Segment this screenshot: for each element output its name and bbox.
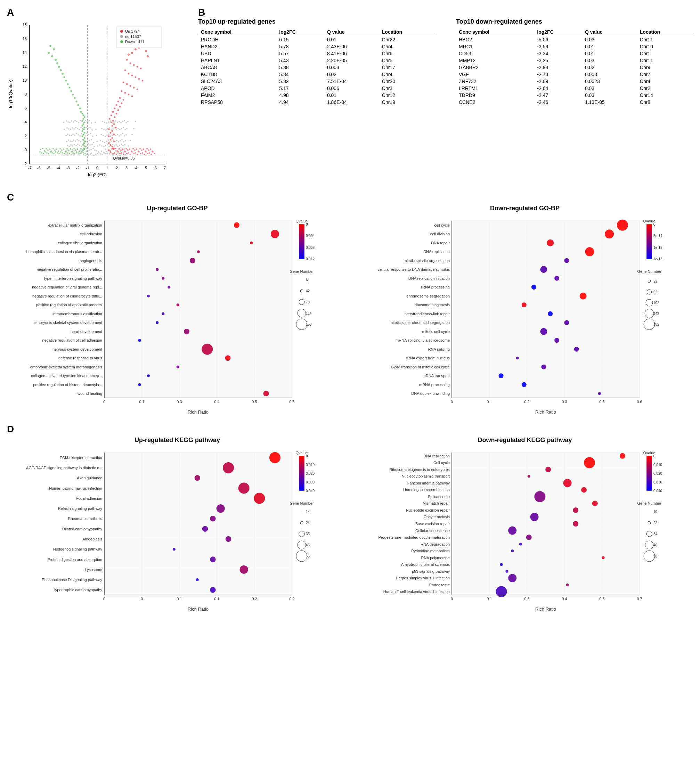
svg-point-340 (121, 152, 122, 153)
svg-point-108 (99, 144, 100, 146)
table-row: CCNE2-2.461.13E-05Chr8 (456, 99, 693, 106)
svg-point-231 (70, 128, 71, 130)
svg-point-553 (147, 374, 150, 377)
svg-text:22: 22 (653, 279, 658, 283)
svg-point-113 (103, 146, 105, 147)
svg-point-207 (101, 128, 103, 129)
svg-point-165 (71, 141, 73, 142)
svg-text:0.3: 0.3 (524, 597, 529, 601)
svg-text:Axon guidance: Axon guidance (77, 476, 102, 480)
table-row: MRC1-3.590.01Chr10 (456, 43, 693, 50)
svg-point-74 (92, 148, 94, 149)
svg-text:24: 24 (306, 521, 310, 525)
svg-point-316 (110, 122, 112, 123)
svg-point-418 (83, 139, 85, 141)
svg-text:DNA replication: DNA replication (423, 250, 450, 254)
svg-point-287 (125, 70, 126, 71)
svg-text:3: 3 (125, 166, 128, 170)
svg-point-277 (135, 48, 137, 50)
svg-point-631 (522, 302, 527, 307)
svg-text:0.030: 0.030 (306, 480, 315, 484)
svg-text:DNA duplex unwinding: DNA duplex unwinding (411, 391, 450, 395)
svg-text:Amyotrophic lateral sclerosis: Amyotrophic lateral sclerosis (401, 562, 450, 567)
svg-point-283 (130, 63, 132, 64)
svg-point-282 (126, 59, 128, 61)
svg-point-73 (94, 150, 96, 151)
table-row: APOD5.170.006Chr3 (198, 85, 435, 92)
svg-point-320 (108, 128, 110, 130)
svg-point-649 (522, 382, 527, 387)
svg-point-525 (197, 250, 200, 253)
svg-text:0.5: 0.5 (599, 597, 604, 601)
svg-point-45 (105, 153, 107, 154)
svg-point-426 (41, 152, 42, 153)
svg-text:-1: -1 (86, 166, 89, 170)
svg-text:negative regulation of cell pr: negative regulation of cell proliferatio… (37, 267, 102, 272)
svg-point-533 (168, 286, 170, 288)
panel-d-label: D (7, 424, 14, 435)
svg-text:mitotic sister chromatid segre: mitotic sister chromatid segregation (390, 320, 450, 325)
up-gene-table: Gene symbol log2FC Q value Location PROD… (198, 28, 435, 106)
svg-point-645 (541, 365, 546, 369)
svg-point-841 (648, 521, 651, 524)
svg-text:p53 signaling pathway: p53 signaling pathway (412, 569, 450, 574)
svg-point-305 (121, 103, 123, 104)
svg-point-48 (85, 155, 86, 156)
svg-text:0.012: 0.012 (306, 257, 315, 261)
svg-text:type I interferon signaling pa: type I interferon signaling pathway (44, 276, 102, 280)
svg-point-348 (135, 152, 136, 153)
svg-point-35 (97, 153, 98, 154)
svg-point-257 (117, 122, 118, 123)
svg-text:Rich Ratio: Rich Ratio (188, 409, 208, 415)
svg-point-117 (107, 144, 108, 145)
svg-point-349 (137, 153, 138, 155)
svg-text:0.2: 0.2 (252, 597, 257, 601)
svg-point-785 (620, 453, 625, 459)
svg-point-195 (118, 135, 120, 137)
svg-point-315 (112, 120, 114, 122)
svg-point-415 (83, 134, 85, 135)
svg-point-112 (89, 144, 91, 146)
svg-point-164 (120, 140, 121, 142)
svg-point-80 (87, 150, 88, 152)
svg-point-42 (90, 153, 91, 155)
svg-point-621 (564, 258, 569, 263)
svg-point-227 (73, 128, 75, 130)
svg-text:0.040: 0.040 (653, 489, 662, 493)
svg-text:0: 0 (306, 454, 308, 458)
svg-point-201 (124, 135, 125, 137)
svg-point-454 (44, 150, 45, 152)
svg-text:Rich Ratio: Rich Ratio (535, 409, 556, 415)
svg-point-715 (202, 526, 208, 532)
svg-point-310 (112, 111, 114, 113)
svg-point-455 (45, 148, 47, 150)
svg-point-187 (112, 135, 113, 136)
svg-point-721 (210, 557, 216, 562)
svg-point-368 (127, 150, 128, 151)
svg-text:Focal adhesion: Focal adhesion (76, 496, 102, 500)
table-row: UBD5.578.41E-06Chr6 (198, 50, 435, 57)
svg-point-791 (528, 475, 530, 477)
svg-point-353 (143, 153, 145, 155)
svg-point-260 (73, 121, 74, 123)
svg-text:0.010: 0.010 (306, 463, 315, 467)
svg-text:intramembranous ossification: intramembranous ossification (52, 312, 102, 316)
svg-point-633 (548, 312, 553, 316)
svg-point-442 (69, 153, 70, 154)
svg-point-805 (573, 521, 578, 527)
svg-point-333 (110, 151, 112, 153)
svg-point-845 (645, 541, 653, 549)
svg-text:0.2: 0.2 (289, 597, 294, 601)
svg-point-323 (113, 134, 115, 135)
svg-point-288 (128, 73, 130, 75)
svg-point-452 (40, 149, 42, 150)
svg-text:0.020: 0.020 (306, 472, 315, 475)
svg-text:Homologous recombination: Homologous recombination (403, 488, 450, 492)
svg-point-183 (108, 133, 110, 135)
svg-point-193 (117, 134, 118, 135)
svg-text:nervous system development: nervous system development (52, 347, 102, 351)
svg-point-625 (554, 276, 559, 281)
svg-text:tRNA export from nucleus: tRNA export from nucleus (406, 356, 450, 360)
svg-point-705 (195, 475, 200, 481)
svg-point-204 (65, 135, 67, 136)
